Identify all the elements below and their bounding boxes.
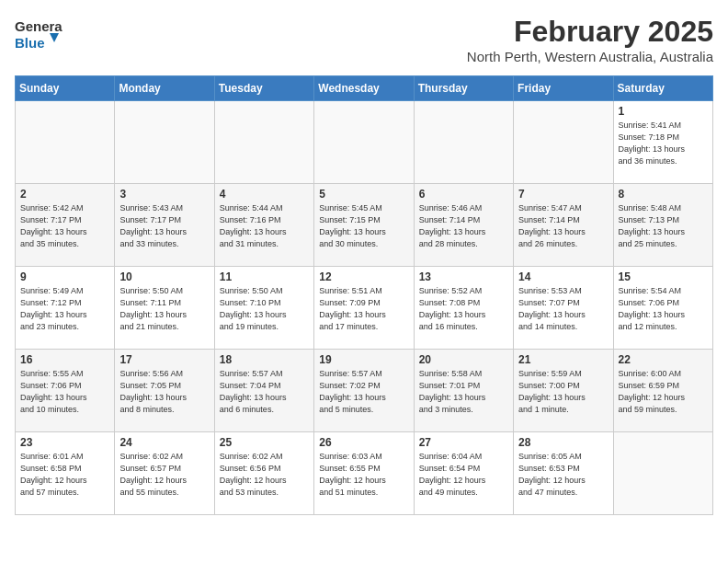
calendar-day: 24Sunrise: 6:02 AM Sunset: 6:57 PM Dayli… bbox=[115, 432, 214, 515]
day-number: 18 bbox=[220, 353, 309, 366]
day-info: Sunrise: 5:48 AM Sunset: 7:13 PM Dayligh… bbox=[619, 202, 708, 250]
calendar-day: 25Sunrise: 6:02 AM Sunset: 6:56 PM Dayli… bbox=[214, 432, 313, 515]
day-info: Sunrise: 5:46 AM Sunset: 7:14 PM Dayligh… bbox=[419, 202, 508, 250]
calendar-day: 13Sunrise: 5:52 AM Sunset: 7:08 PM Dayli… bbox=[414, 267, 513, 350]
calendar-day bbox=[613, 432, 712, 515]
calendar-week-row: 16Sunrise: 5:55 AM Sunset: 7:06 PM Dayli… bbox=[16, 350, 713, 432]
day-info: Sunrise: 5:59 AM Sunset: 7:00 PM Dayligh… bbox=[518, 368, 608, 416]
day-info: Sunrise: 5:50 AM Sunset: 7:11 PM Dayligh… bbox=[119, 285, 209, 333]
day-number: 8 bbox=[619, 188, 708, 201]
calendar-day: 17Sunrise: 5:56 AM Sunset: 7:05 PM Dayli… bbox=[115, 350, 214, 432]
location-subtitle: North Perth, Western Australia, Australi… bbox=[467, 49, 713, 64]
day-info: Sunrise: 5:55 AM Sunset: 7:06 PM Dayligh… bbox=[20, 368, 109, 416]
day-number: 21 bbox=[518, 353, 608, 366]
calendar-day: 11Sunrise: 5:50 AM Sunset: 7:10 PM Dayli… bbox=[214, 267, 313, 350]
calendar-week-row: 23Sunrise: 6:01 AM Sunset: 6:58 PM Dayli… bbox=[16, 432, 713, 515]
day-info: Sunrise: 6:04 AM Sunset: 6:54 PM Dayligh… bbox=[419, 451, 508, 499]
day-number: 12 bbox=[319, 270, 408, 283]
header-monday: Monday bbox=[115, 76, 214, 101]
calendar-day: 26Sunrise: 6:03 AM Sunset: 6:55 PM Dayli… bbox=[314, 432, 414, 515]
calendar-day: 27Sunrise: 6:04 AM Sunset: 6:54 PM Dayli… bbox=[414, 432, 513, 515]
day-number: 3 bbox=[119, 188, 209, 201]
calendar-day: 14Sunrise: 5:53 AM Sunset: 7:07 PM Dayli… bbox=[514, 267, 613, 350]
day-number: 6 bbox=[419, 188, 508, 201]
calendar-day: 28Sunrise: 6:05 AM Sunset: 6:53 PM Dayli… bbox=[514, 432, 613, 515]
calendar-day bbox=[214, 101, 313, 184]
header-tuesday: Tuesday bbox=[214, 76, 313, 101]
day-number: 16 bbox=[20, 353, 109, 366]
day-number: 17 bbox=[119, 353, 209, 366]
calendar-day: 19Sunrise: 5:57 AM Sunset: 7:02 PM Dayli… bbox=[314, 350, 414, 432]
calendar-day: 7Sunrise: 5:47 AM Sunset: 7:14 PM Daylig… bbox=[514, 184, 613, 267]
day-info: Sunrise: 5:45 AM Sunset: 7:15 PM Dayligh… bbox=[319, 202, 408, 250]
day-number: 24 bbox=[119, 436, 209, 449]
calendar-day: 3Sunrise: 5:43 AM Sunset: 7:17 PM Daylig… bbox=[115, 184, 214, 267]
day-number: 14 bbox=[518, 270, 608, 283]
calendar-day bbox=[314, 101, 414, 184]
day-number: 27 bbox=[419, 436, 508, 449]
svg-text:General: General bbox=[15, 18, 63, 34]
day-number: 15 bbox=[619, 270, 708, 283]
day-number: 9 bbox=[20, 270, 109, 283]
calendar-day: 8Sunrise: 5:48 AM Sunset: 7:13 PM Daylig… bbox=[613, 184, 712, 267]
svg-marker-2 bbox=[50, 33, 59, 42]
day-number: 1 bbox=[619, 105, 708, 118]
day-info: Sunrise: 5:43 AM Sunset: 7:17 PM Dayligh… bbox=[119, 202, 209, 250]
day-info: Sunrise: 6:05 AM Sunset: 6:53 PM Dayligh… bbox=[518, 451, 608, 499]
day-info: Sunrise: 6:02 AM Sunset: 6:56 PM Dayligh… bbox=[220, 451, 309, 499]
calendar-table: Sunday Monday Tuesday Wednesday Thursday… bbox=[15, 75, 713, 515]
logo: GeneralBlue bbox=[15, 15, 63, 55]
day-info: Sunrise: 6:02 AM Sunset: 6:57 PM Dayligh… bbox=[119, 451, 209, 499]
day-info: Sunrise: 5:54 AM Sunset: 7:06 PM Dayligh… bbox=[619, 285, 708, 333]
calendar-day: 22Sunrise: 6:00 AM Sunset: 6:59 PM Dayli… bbox=[613, 350, 712, 432]
calendar-day: 12Sunrise: 5:51 AM Sunset: 7:09 PM Dayli… bbox=[314, 267, 414, 350]
calendar-day bbox=[414, 101, 513, 184]
page-header: GeneralBlue February 2025 North Perth, W… bbox=[15, 15, 713, 64]
calendar-day bbox=[115, 101, 214, 184]
day-number: 22 bbox=[619, 353, 708, 366]
day-number: 4 bbox=[220, 188, 309, 201]
header-sunday: Sunday bbox=[16, 76, 115, 101]
header-wednesday: Wednesday bbox=[314, 76, 414, 101]
day-info: Sunrise: 5:52 AM Sunset: 7:08 PM Dayligh… bbox=[419, 285, 508, 333]
calendar-day: 6Sunrise: 5:46 AM Sunset: 7:14 PM Daylig… bbox=[414, 184, 513, 267]
day-info: Sunrise: 6:03 AM Sunset: 6:55 PM Dayligh… bbox=[319, 451, 408, 499]
calendar-day: 1Sunrise: 5:41 AM Sunset: 7:18 PM Daylig… bbox=[613, 101, 712, 184]
day-info: Sunrise: 5:42 AM Sunset: 7:17 PM Dayligh… bbox=[20, 202, 109, 250]
day-number: 28 bbox=[518, 436, 608, 449]
calendar-day: 10Sunrise: 5:50 AM Sunset: 7:11 PM Dayli… bbox=[115, 267, 214, 350]
calendar-week-row: 9Sunrise: 5:49 AM Sunset: 7:12 PM Daylig… bbox=[16, 267, 713, 350]
day-info: Sunrise: 5:51 AM Sunset: 7:09 PM Dayligh… bbox=[319, 285, 408, 333]
day-info: Sunrise: 5:47 AM Sunset: 7:14 PM Dayligh… bbox=[518, 202, 608, 250]
calendar-day: 21Sunrise: 5:59 AM Sunset: 7:00 PM Dayli… bbox=[514, 350, 613, 432]
calendar-day: 23Sunrise: 6:01 AM Sunset: 6:58 PM Dayli… bbox=[16, 432, 115, 515]
day-info: Sunrise: 5:49 AM Sunset: 7:12 PM Dayligh… bbox=[20, 285, 109, 333]
day-info: Sunrise: 5:53 AM Sunset: 7:07 PM Dayligh… bbox=[518, 285, 608, 333]
day-number: 11 bbox=[220, 270, 309, 283]
day-number: 10 bbox=[119, 270, 209, 283]
day-info: Sunrise: 5:57 AM Sunset: 7:02 PM Dayligh… bbox=[319, 368, 408, 416]
calendar-day: 9Sunrise: 5:49 AM Sunset: 7:12 PM Daylig… bbox=[16, 267, 115, 350]
calendar-day: 20Sunrise: 5:58 AM Sunset: 7:01 PM Dayli… bbox=[414, 350, 513, 432]
day-number: 19 bbox=[319, 353, 408, 366]
day-info: Sunrise: 5:57 AM Sunset: 7:04 PM Dayligh… bbox=[220, 368, 309, 416]
calendar-day: 18Sunrise: 5:57 AM Sunset: 7:04 PM Dayli… bbox=[214, 350, 313, 432]
calendar-day: 2Sunrise: 5:42 AM Sunset: 7:17 PM Daylig… bbox=[16, 184, 115, 267]
calendar-day bbox=[514, 101, 613, 184]
calendar-week-row: 1Sunrise: 5:41 AM Sunset: 7:18 PM Daylig… bbox=[16, 101, 713, 184]
day-number: 20 bbox=[419, 353, 508, 366]
day-number: 7 bbox=[518, 188, 608, 201]
day-number: 2 bbox=[20, 188, 109, 201]
calendar-day: 5Sunrise: 5:45 AM Sunset: 7:15 PM Daylig… bbox=[314, 184, 414, 267]
header-thursday: Thursday bbox=[414, 76, 513, 101]
day-number: 26 bbox=[319, 436, 408, 449]
title-block: February 2025 North Perth, Western Austr… bbox=[467, 15, 713, 64]
svg-text:Blue: Blue bbox=[15, 35, 45, 51]
day-number: 25 bbox=[220, 436, 309, 449]
header-friday: Friday bbox=[514, 76, 613, 101]
day-info: Sunrise: 5:56 AM Sunset: 7:05 PM Dayligh… bbox=[119, 368, 209, 416]
calendar-week-row: 2Sunrise: 5:42 AM Sunset: 7:17 PM Daylig… bbox=[16, 184, 713, 267]
day-info: Sunrise: 5:58 AM Sunset: 7:01 PM Dayligh… bbox=[419, 368, 508, 416]
day-number: 13 bbox=[419, 270, 508, 283]
day-info: Sunrise: 6:01 AM Sunset: 6:58 PM Dayligh… bbox=[20, 451, 109, 499]
